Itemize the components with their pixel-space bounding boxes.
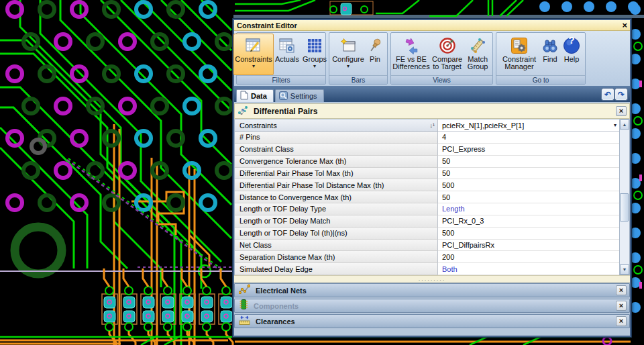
ribbon-group-label: Views <box>391 75 492 84</box>
differential-pairs-icon <box>237 105 248 118</box>
panel-components[interactable]: Components × <box>234 299 630 313</box>
fe-be-arrows-icon <box>402 36 420 56</box>
actuals-button[interactable]: Actuals <box>274 34 301 75</box>
configure-button[interactable]: Configure ▾ <box>331 34 365 75</box>
clearances-arrows-icon <box>239 315 250 328</box>
ruler-match-icon <box>469 36 486 56</box>
ribbon-group-label: Filters <box>237 75 325 84</box>
table-row[interactable]: Length or TOF Delay MatchPCI_Rx_0_3 <box>235 215 619 228</box>
groups-button[interactable]: Groups ▾ <box>301 34 329 75</box>
close-panel-icon[interactable]: × <box>616 301 627 311</box>
constraint-manager-icon <box>511 36 528 56</box>
table-row[interactable]: Differential Pair Phase Tol Distance Max… <box>235 179 619 191</box>
scroll-down-icon[interactable]: ▼ <box>620 264 629 275</box>
ribbon-group-goto: Constraint Manager Find ? Help Go to <box>496 32 586 85</box>
table-row[interactable]: Convergence Tolerance Max (th)50 <box>235 156 619 168</box>
close-window-icon[interactable]: × <box>622 21 627 30</box>
pin-button[interactable]: Pin <box>365 34 385 75</box>
table-row[interactable]: Differential Pair Phase Tol Max (th)50 <box>235 168 619 180</box>
table-row[interactable]: Separation Distance Max (th)200 <box>235 251 619 263</box>
find-button[interactable]: Find <box>539 34 561 75</box>
actuals-grid-gear-icon <box>278 36 296 56</box>
binoculars-icon <box>541 36 559 56</box>
ribbon-group-views: FE vs BE Differences Compare to Target M… <box>390 32 493 85</box>
pane-splitter-handle[interactable]: ......... <box>234 275 630 283</box>
chevron-down-icon: ▾ <box>252 64 255 69</box>
table-header-row[interactable]: Constraints ↓¹ pcieRx_N[1],pcieRx_P[1] ▾ <box>235 119 619 132</box>
groups-grid-icon <box>307 36 323 56</box>
fe-vs-be-differences-button[interactable]: FE vs BE Differences <box>392 34 430 75</box>
sort-ascending-icon[interactable]: ↓¹ <box>430 122 435 129</box>
scrollbar-thumb[interactable] <box>620 193 629 221</box>
panel-electrical-nets[interactable]: Electrical Nets × <box>234 283 630 297</box>
table-row[interactable]: Length or TOF Delay Tol (th)|(ns)500 <box>235 228 619 240</box>
table-row[interactable]: Length or TOF Delay TypeLength <box>235 203 619 215</box>
table-row[interactable]: Net ClassPCI_DiffpairsRx <box>235 240 619 252</box>
close-section-icon[interactable]: × <box>616 106 627 116</box>
close-panel-icon[interactable]: × <box>616 316 627 326</box>
settings-gear-icon <box>279 91 288 101</box>
tab-settings[interactable]: Settings <box>275 89 324 102</box>
table-row[interactable]: Constraint ClassPCI_Express <box>235 144 619 156</box>
ribbon-group-label: Bars <box>329 75 387 84</box>
ribbon-group-filters: Constraints ▾ Actuals Groups ▾ F <box>236 32 326 85</box>
configure-window-icon <box>339 36 357 56</box>
section-title: Differential Pairs <box>254 107 610 116</box>
constraints-grid-pencil-icon <box>245 36 262 56</box>
table-row[interactable]: Simulated Delay EdgeBoth <box>235 263 619 275</box>
ribbon-group-bars: Configure ▾ Pin Bars <box>329 32 388 85</box>
target-icon <box>439 36 456 56</box>
constraints-button[interactable]: Constraints ▾ <box>233 34 274 75</box>
compare-to-target-button[interactable]: Compare to Target <box>430 34 464 75</box>
constraints-combo[interactable]: pcieRx_N[1],pcieRx_P[1] ▾ <box>438 119 619 132</box>
ribbon-group-label: Go to <box>496 75 585 84</box>
combo-dropdown-icon[interactable]: ▾ <box>614 122 616 128</box>
electrical-nets-icon <box>239 284 250 297</box>
table-row[interactable]: # Pins4 <box>235 132 619 144</box>
chevron-down-icon: ▾ <box>313 64 316 69</box>
constraint-editor-window: Constraint Editor × Constraints ▾ Actual… <box>233 19 631 337</box>
undo-icon: ↶ <box>604 91 611 99</box>
constraints-table: Constraints ↓¹ pcieRx_N[1],pcieRx_P[1] ▾… <box>234 119 630 275</box>
undo-button[interactable]: ↶ <box>602 89 614 100</box>
match-group-button[interactable]: Match Group <box>464 34 491 75</box>
column-header-constraints[interactable]: Constraints ↓¹ <box>235 119 438 132</box>
help-button[interactable]: ? Help <box>561 34 582 75</box>
ribbon: Constraints ▾ Actuals Groups ▾ F <box>234 31 630 86</box>
tab-data[interactable]: Data <box>236 89 274 102</box>
panel-clearances[interactable]: Clearances × <box>234 314 630 328</box>
data-page-icon <box>240 91 248 101</box>
redo-button[interactable]: ↷ <box>615 89 627 100</box>
window-title: Constraint Editor <box>237 21 622 30</box>
table-row[interactable]: Distance to Convergence Max (th)50 <box>235 191 619 203</box>
components-chip-icon <box>239 299 248 313</box>
vertical-scrollbar[interactable]: ▲ ▼ <box>619 119 629 275</box>
redo-icon: ↷ <box>618 91 625 99</box>
differential-pairs-header[interactable]: Differential Pairs × <box>234 103 630 119</box>
scroll-up-icon[interactable]: ▲ <box>620 119 629 130</box>
constraint-manager-button[interactable]: Constraint Manager <box>499 34 539 75</box>
close-panel-icon[interactable]: × <box>616 285 627 295</box>
title-bar[interactable]: Constraint Editor × <box>234 20 630 31</box>
pushpin-icon <box>367 36 383 56</box>
chevron-down-icon: ▾ <box>347 64 350 69</box>
help-icon: ? <box>563 36 580 56</box>
tab-bar: Data Settings ↶ ↷ <box>234 86 630 102</box>
